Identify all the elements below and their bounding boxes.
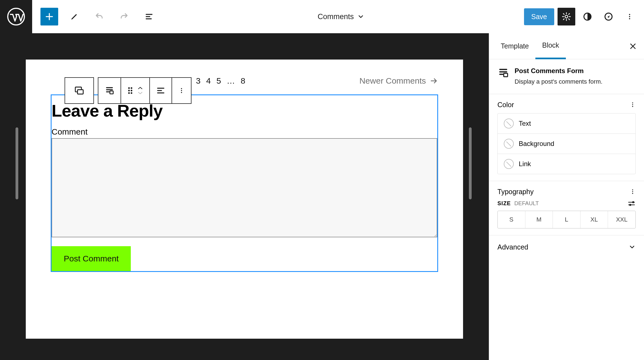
block-card-title: Post Comments Form (515, 67, 602, 75)
color-row-background[interactable]: Background (498, 134, 635, 154)
typography-panel-options-button[interactable] (630, 188, 636, 195)
size-custom-toggle-button[interactable] (627, 200, 636, 207)
canvas-resize-handle-left[interactable] (16, 127, 18, 199)
document-title-area[interactable]: Comments (158, 12, 524, 21)
redo-button[interactable] (115, 8, 133, 25)
undo-icon (95, 12, 104, 21)
size-xxl[interactable]: XXL (608, 211, 635, 228)
empty-swatch-icon (504, 119, 514, 128)
block-card-description: Display a post's comments form. (515, 78, 602, 86)
svg-point-27 (629, 204, 631, 206)
settings-sidebar: Template Block Post Comments Form Displa… (489, 33, 644, 360)
arrow-right-icon (430, 77, 438, 85)
list-view-icon (145, 12, 154, 21)
color-row-label: Background (519, 140, 554, 148)
more-options-button[interactable] (621, 8, 638, 25)
more-vertical-icon (626, 13, 633, 20)
svg-point-18 (181, 92, 182, 93)
toolbar-left-group (40, 8, 158, 25)
template-canvas-card: 1 2 3 4 5 … 8 Newer Comments Leave a Rep… (26, 60, 463, 339)
sidebar-tabs: Template Block (489, 33, 644, 59)
size-s[interactable]: S (498, 211, 525, 228)
drag-handle-icon[interactable] (127, 86, 133, 95)
chevron-down-icon (628, 243, 636, 251)
color-panel-options-button[interactable] (630, 101, 636, 108)
block-card: Post Comments Form Display a post's comm… (489, 59, 644, 94)
advanced-label: Advanced (497, 243, 528, 251)
svg-point-4 (629, 14, 630, 15)
svg-point-17 (181, 90, 182, 91)
block-inserter-button[interactable] (40, 8, 58, 25)
font-size-presets: S M L XL XXL (497, 211, 636, 228)
styles-icon (583, 12, 592, 21)
block-toolbar (65, 77, 191, 104)
size-m[interactable]: M (525, 211, 553, 228)
save-button[interactable]: Save (524, 8, 554, 25)
more-vertical-icon (178, 86, 185, 95)
editor-main-row: 1 2 3 4 5 … 8 Newer Comments Leave a Rep… (0, 33, 644, 360)
svg-point-14 (128, 92, 130, 94)
size-xl[interactable]: XL (581, 211, 608, 228)
close-sidebar-button[interactable] (627, 40, 639, 52)
plus-icon (45, 12, 54, 21)
gear-icon (562, 12, 571, 21)
view-button[interactable] (600, 8, 617, 25)
tools-button[interactable] (65, 8, 83, 25)
size-default-label: DEFAULT (514, 200, 539, 206)
svg-point-11 (131, 87, 132, 89)
undo-button[interactable] (90, 8, 108, 25)
post-comment-button[interactable]: Post Comment (52, 246, 131, 271)
svg-point-5 (629, 16, 630, 17)
tab-template[interactable]: Template (494, 34, 535, 58)
svg-point-13 (131, 90, 132, 91)
settings-button[interactable] (558, 8, 575, 25)
tab-block[interactable]: Block (535, 33, 566, 59)
block-type-button[interactable] (98, 78, 121, 103)
comment-field-label: Comment (52, 127, 437, 138)
post-comments-form-icon (104, 86, 114, 96)
color-row-label: Text (519, 120, 531, 127)
color-list: Text Background Link (497, 113, 636, 174)
color-row-label: Link (519, 160, 531, 168)
advanced-panel-toggle[interactable]: Advanced (489, 235, 644, 259)
empty-swatch-icon (504, 139, 514, 149)
redo-icon (120, 12, 129, 21)
newer-comments-link[interactable]: Newer Comments (359, 76, 438, 86)
post-comments-form-icon (497, 67, 509, 79)
block-mover-group (121, 78, 150, 103)
empty-swatch-icon (504, 159, 514, 169)
svg-point-16 (181, 88, 182, 89)
block-options-button[interactable] (172, 78, 191, 103)
post-comments-form-block[interactable]: Leave a Reply Comment Post Comment (51, 94, 438, 272)
svg-point-6 (629, 18, 630, 19)
svg-point-20 (632, 102, 633, 104)
svg-point-15 (131, 92, 132, 94)
comment-textarea[interactable] (52, 138, 437, 237)
move-down-button[interactable] (137, 91, 143, 95)
align-icon (156, 86, 165, 95)
block-align-button[interactable] (150, 78, 172, 103)
svg-point-22 (632, 106, 633, 107)
svg-point-25 (632, 193, 633, 194)
move-up-button[interactable] (137, 86, 143, 90)
wordpress-logo-button[interactable] (0, 0, 32, 33)
close-icon (629, 42, 637, 50)
canvas-resize-handle-right[interactable] (469, 127, 472, 199)
svg-point-26 (632, 201, 634, 203)
styles-button[interactable] (579, 8, 596, 25)
document-overview-button[interactable] (140, 8, 158, 25)
color-panel-title: Color (497, 101, 514, 109)
editor-top-toolbar: Comments Save (0, 0, 644, 33)
color-row-link[interactable]: Link (498, 154, 635, 174)
size-l[interactable]: L (553, 211, 581, 228)
color-row-text[interactable]: Text (498, 114, 635, 134)
block-toolbar-parent-group (65, 77, 94, 104)
svg-point-24 (632, 191, 633, 192)
svg-rect-9 (110, 91, 113, 94)
svg-rect-8 (78, 90, 83, 94)
toolbar-right-group: Save (524, 8, 638, 25)
select-parent-button[interactable] (65, 78, 93, 103)
svg-rect-19 (504, 73, 508, 77)
comments-parent-icon (74, 85, 85, 96)
block-toolbar-main (98, 77, 191, 104)
